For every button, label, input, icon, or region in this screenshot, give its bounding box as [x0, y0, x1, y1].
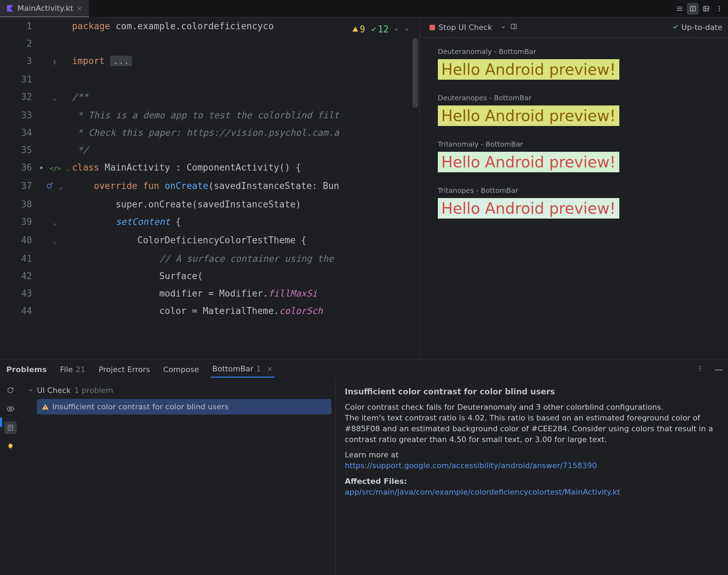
svg-rect-22	[45, 408, 46, 409]
prev-highlight-icon[interactable]	[394, 21, 399, 38]
svg-rect-11	[511, 24, 517, 29]
svg-point-14	[699, 368, 700, 369]
kotlin-file-icon	[6, 5, 14, 12]
code-tag-icon: </>	[50, 165, 61, 172]
affected-file-link[interactable]: app/src/main/java/com/example/colordefic…	[345, 488, 620, 496]
problems-bottombar-tab[interactable]: BottomBar 1 ×	[211, 361, 274, 378]
fold-icon[interactable]: ❯	[53, 58, 56, 65]
svg-point-8	[719, 8, 720, 9]
warning-icon	[42, 403, 49, 410]
details-icon[interactable]	[4, 422, 17, 434]
fold-icon[interactable]: ⌄	[53, 219, 56, 226]
view-design-icon[interactable]	[700, 3, 712, 15]
preview-tile[interactable]: Hello Android preview!	[438, 198, 619, 219]
preview-tile[interactable]: Hello Android preview!	[438, 105, 619, 126]
svg-point-6	[705, 7, 706, 8]
svg-point-15	[699, 370, 700, 371]
problems-tab[interactable]: Problems	[5, 362, 48, 377]
next-highlight-icon[interactable]	[404, 21, 410, 38]
tree-root-uicheck[interactable]: UI Check 1 problem	[25, 384, 331, 397]
panel-more-icon[interactable]	[697, 365, 704, 374]
inspections-widget[interactable]: 9 12	[349, 19, 412, 39]
fold-icon[interactable]: ⌄	[53, 237, 56, 245]
file-tab-mainactivity[interactable]: MainActivity.kt ×	[0, 0, 89, 17]
line-number: 1	[0, 17, 38, 35]
file-tab-label: MainActivity.kt	[17, 4, 73, 13]
override-gutter-icon[interactable]	[46, 182, 53, 189]
preview-label: Tritanopes - BottomBar	[438, 186, 728, 195]
bulb-icon[interactable]	[4, 440, 17, 453]
stop-icon	[429, 25, 435, 30]
problems-compose-tab[interactable]: Compose	[162, 362, 201, 377]
fold-icon[interactable]: ⌄	[53, 94, 56, 101]
stop-ui-check-button[interactable]: Stop UI Check	[425, 21, 496, 34]
code-editor[interactable]: 9 12 1 package com.e	[0, 17, 419, 359]
preview-pane: Stop UI Check Up-to-date Deuteranomaly -…	[420, 17, 728, 359]
preview-canvas[interactable]: Deuteranomaly - BottomBarHello Android p…	[420, 38, 728, 359]
svg-point-10	[47, 184, 52, 188]
ui-check-dropdown-icon[interactable]	[501, 23, 506, 32]
close-tab-icon[interactable]: ×	[77, 4, 83, 13]
view-list-icon[interactable]	[674, 3, 686, 15]
check-icon	[672, 23, 679, 32]
preview-label: Deuteranomaly - BottomBar	[438, 47, 728, 56]
code-editor-pane: 9 12 1 package com.e	[0, 17, 420, 359]
editor-tabs: MainActivity.kt ×	[0, 0, 728, 17]
svg-point-7	[719, 6, 720, 7]
learn-more-link[interactable]: https://support.google.com/accessibility…	[345, 461, 597, 470]
preview-label: Tritanomaly - BottomBar	[438, 140, 728, 148]
selection-indicator	[0, 417, 2, 427]
eye-icon[interactable]	[4, 403, 17, 415]
tree-item-contrast-warning[interactable]: Insufficient color contrast for color bl…	[37, 399, 331, 415]
layout-toggle-icon[interactable]	[510, 23, 517, 32]
fold-icon[interactable]: ⌄	[59, 183, 63, 190]
folded-region[interactable]: ...	[110, 56, 132, 66]
svg-point-9	[719, 10, 720, 11]
editor-scrollbar[interactable]	[412, 38, 418, 108]
chevron-down-icon[interactable]	[28, 386, 33, 395]
svg-point-13	[699, 366, 700, 367]
refresh-icon[interactable]	[4, 384, 17, 396]
preview-tile[interactable]: Hello Android preview!	[438, 59, 619, 80]
svg-rect-21	[45, 406, 46, 408]
run-gutter-icon[interactable]	[39, 165, 44, 171]
problems-tree[interactable]: UI Check 1 problem Insufficient color co…	[21, 379, 336, 575]
problems-panel: Problems File 21 Project Errors Compose …	[0, 359, 728, 575]
close-tab-icon[interactable]: ×	[267, 364, 273, 373]
preview-status: Up-to-date	[672, 23, 722, 32]
svg-point-16	[9, 408, 11, 410]
warning-count[interactable]: 9	[352, 21, 365, 38]
panel-minimize-icon[interactable]: —	[714, 364, 723, 375]
problems-project-tab[interactable]: Project Errors	[97, 362, 151, 377]
more-icon[interactable]	[713, 3, 725, 15]
fold-icon[interactable]: ⌄	[67, 165, 70, 172]
preview-tile[interactable]: Hello Android preview!	[438, 152, 619, 172]
detail-title: Insufficient color contrast for color bl…	[345, 386, 719, 397]
ok-count[interactable]: 12	[370, 21, 389, 38]
problems-file-tab[interactable]: File 21	[59, 362, 87, 377]
preview-label: Deuteranopes - BottomBar	[438, 94, 728, 102]
view-split-icon[interactable]	[687, 3, 699, 15]
problem-detail: Insufficient color contrast for color bl…	[336, 379, 728, 575]
